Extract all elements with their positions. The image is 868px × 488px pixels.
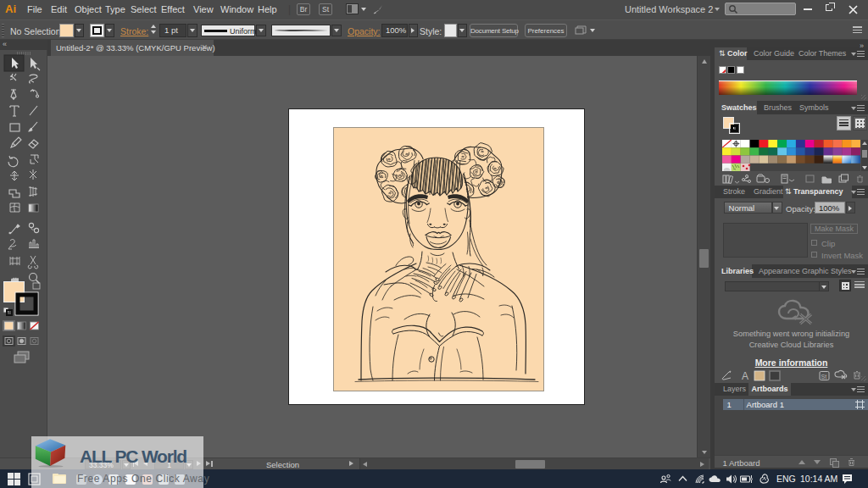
svg-text:St: St <box>821 374 827 380</box>
svg-text:A: A <box>742 370 748 381</box>
